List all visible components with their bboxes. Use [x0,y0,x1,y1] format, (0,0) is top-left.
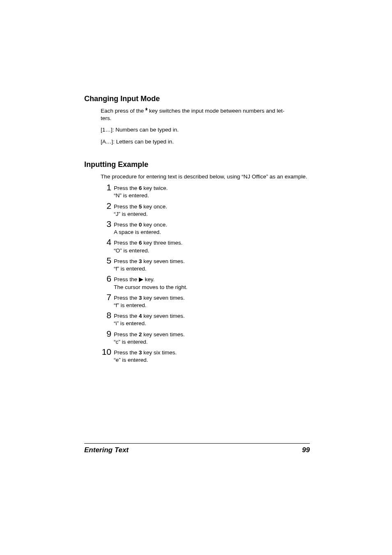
step-line2: “e” is entered. [114,356,310,364]
footer-rule [84,443,310,444]
step-text: Press the [114,349,139,356]
heading-changing-input-mode: Changing Input Mode [84,95,310,103]
step-number: 6 [101,273,111,284]
p1-part-a: Each press of the [101,108,145,114]
section2-intro: The procedure for entering text is descr… [101,173,310,180]
section1-p2: [1…]: Numbers can be typed in. [101,126,310,134]
step-line2: “f” is entered. [114,302,310,309]
step-line1: Press the 3 key six times. [114,349,310,356]
step-text: Press the [114,222,139,228]
step-number: 1 [101,182,111,193]
step-line1: Press the ▶ key. [114,276,310,283]
step-item: 4 Press the 6 key three times. “O” is en… [101,239,310,254]
step-text: key seven times. [142,313,184,319]
section1-p1: Each press of the * key switches the inp… [101,107,310,122]
section2-body: The procedure for entering text is descr… [84,173,310,364]
step-line2: The cursor moves to the right. [114,284,310,291]
p1-part-c-hyphen: - [283,108,285,114]
step-item: 6 Press the ▶ key. The cursor moves to t… [101,276,310,291]
step-item: 8 Press the 4 key seven times. “i” is en… [101,312,310,327]
step-text: key seven times. [142,331,184,338]
step-text: Press the [114,240,139,246]
star-key-icon: * [145,106,148,116]
steps-list: 1 Press the 6 key twice. “N” is entered.… [101,185,310,364]
page: Changing Input Mode Each press of the * … [0,0,392,555]
step-line1: Press the 3 key seven times. [114,258,310,265]
step-number: 4 [101,236,111,248]
step-line2: “c” is entered. [114,338,310,346]
step-line2: “O” is entered. [114,247,310,254]
step-item: 9 Press the 2 key seven times. “c” is en… [101,331,310,346]
step-text: key. [143,276,155,282]
step-line1: Press the 2 key seven times. [114,331,310,338]
step-number: 2 [101,200,111,212]
right-arrow-icon: ▶ [139,276,143,282]
step-line1: Press the 3 key seven times. [114,294,310,302]
step-number: 9 [101,328,111,340]
step-text: Press the [114,204,139,210]
step-line2: “N” is entered. [114,192,310,199]
step-number: 8 [101,310,111,321]
p1-part-b: key switches the input mode between numb… [148,108,283,114]
step-item: 2 Press the 5 key once. “J” is entered. [101,203,310,218]
step-line1: Press the 0 key once. [114,221,310,229]
step-text: key once. [142,204,167,210]
page-footer: Entering Text 99 [84,443,310,454]
step-item: 5 Press the 3 key seven times. “f” is en… [101,258,310,273]
step-line2: “i” is entered. [114,320,310,327]
step-line2: A space is entered. [114,229,310,236]
section1-p3: [A…]: Letters can be typed in. [101,138,310,146]
heading-inputting-example: Inputting Example [84,160,310,169]
footer-title: Entering Text [84,446,129,454]
step-text: Press the [114,313,139,319]
step-line2: “J” is entered. [114,210,310,218]
page-number: 99 [302,446,310,454]
step-text: key six times. [142,349,177,356]
step-number: 3 [101,218,111,230]
step-item: 10 Press the 3 key six times. “e” is ent… [101,349,310,364]
step-text: Press the [114,295,139,301]
p1-part-c: ters. [101,115,111,121]
step-line1: Press the 5 key once. [114,203,310,210]
step-text: Press the [114,185,139,191]
step-text: key seven times. [142,258,184,264]
step-line1: Press the 6 key twice. [114,185,310,192]
step-number: 5 [101,255,111,266]
step-line1: Press the 4 key seven times. [114,312,310,320]
step-item: 3 Press the 0 key once. A space is enter… [101,221,310,236]
step-text: Press the [114,276,139,282]
step-text: key three times. [142,240,182,246]
section1-body: Each press of the * key switches the inp… [84,107,310,146]
step-line1: Press the 6 key three times. [114,239,310,247]
step-text: Press the [114,258,139,264]
step-number: 10 [96,346,111,358]
step-line2: “f” is entered. [114,265,310,273]
step-text: key once. [142,222,167,228]
step-text: Press the [114,331,139,338]
step-number: 7 [101,291,111,303]
step-item: 7 Press the 3 key seven times. “f” is en… [101,294,310,309]
step-item: 1 Press the 6 key twice. “N” is entered. [101,185,310,199]
step-text: key twice. [142,185,168,191]
step-text: key seven times. [142,295,184,301]
